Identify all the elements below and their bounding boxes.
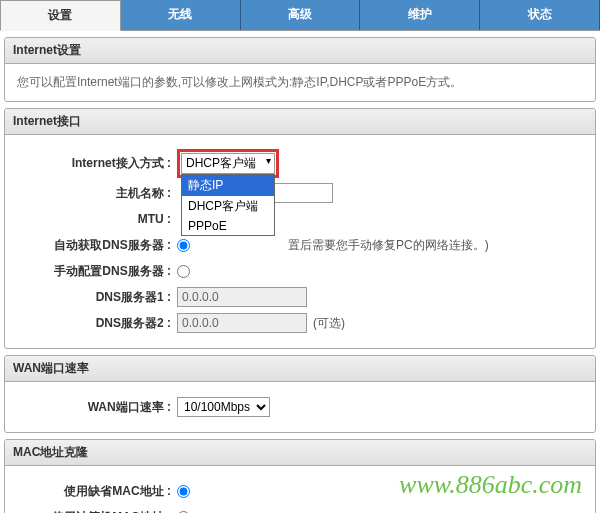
section-internet-settings: Internet设置 您可以配置Internet端口的参数,可以修改上网模式为:… — [4, 37, 596, 102]
access-mode-dropdown[interactable]: DHCP客户端 静态IP DHCP客户端 PPPoE — [177, 149, 279, 178]
option-static-ip[interactable]: 静态IP — [182, 175, 274, 196]
mtu-label: MTU : — [17, 212, 177, 226]
section-title: Internet接口 — [5, 109, 595, 135]
access-mode-label: Internet接入方式 : — [17, 155, 177, 172]
manual-dns-label: 手动配置DNS服务器 : — [17, 263, 177, 280]
section-title: MAC地址克隆 — [5, 440, 595, 466]
dns2-input[interactable] — [177, 313, 307, 333]
dns1-input[interactable] — [177, 287, 307, 307]
access-mode-options: 静态IP DHCP客户端 PPPoE — [181, 174, 275, 236]
tab-maintenance[interactable]: 维护 — [360, 0, 480, 30]
wan-speed-select[interactable]: 10/100Mbps — [177, 397, 270, 417]
dns2-label: DNS服务器2 : — [17, 315, 177, 332]
auto-dns-hint: 置后需要您手动修复PC的网络连接。) — [288, 237, 489, 254]
section-mac-clone: MAC地址克隆 使用缺省MAC地址 : 使用计算机MAC地址 : 手动指定MAC… — [4, 439, 596, 513]
default-mac-radio[interactable] — [177, 485, 190, 498]
tab-settings[interactable]: 设置 — [0, 0, 121, 31]
pc-mac-label: 使用计算机MAC地址 : — [17, 509, 177, 514]
host-name-label: 主机名称 : — [17, 185, 177, 202]
option-dhcp[interactable]: DHCP客户端 — [182, 196, 274, 217]
auto-dns-label: 自动获取DNS服务器 : — [17, 237, 177, 254]
tab-advanced[interactable]: 高级 — [241, 0, 361, 30]
section-title: Internet设置 — [5, 38, 595, 64]
wan-speed-label: WAN端口速率 : — [17, 399, 177, 416]
default-mac-label: 使用缺省MAC地址 : — [17, 483, 177, 500]
section-title: WAN端口速率 — [5, 356, 595, 382]
auto-dns-radio[interactable] — [177, 239, 190, 252]
manual-dns-radio[interactable] — [177, 265, 190, 278]
access-mode-selected[interactable]: DHCP客户端 — [181, 153, 275, 174]
tab-status[interactable]: 状态 — [480, 0, 600, 30]
dns1-label: DNS服务器1 : — [17, 289, 177, 306]
section-internet-interface: Internet接口 Internet接入方式 : DHCP客户端 静态IP D… — [4, 108, 596, 349]
internet-desc: 您可以配置Internet端口的参数,可以修改上网模式为:静态IP,DHCP或者… — [17, 74, 583, 91]
tab-wireless[interactable]: 无线 — [121, 0, 241, 30]
top-tabs: 设置 无线 高级 维护 状态 — [0, 0, 600, 31]
option-pppoe[interactable]: PPPoE — [182, 217, 274, 235]
host-name-input[interactable] — [273, 183, 333, 203]
dns2-hint: (可选) — [313, 315, 345, 332]
section-wan-speed: WAN端口速率 WAN端口速率 : 10/100Mbps — [4, 355, 596, 433]
